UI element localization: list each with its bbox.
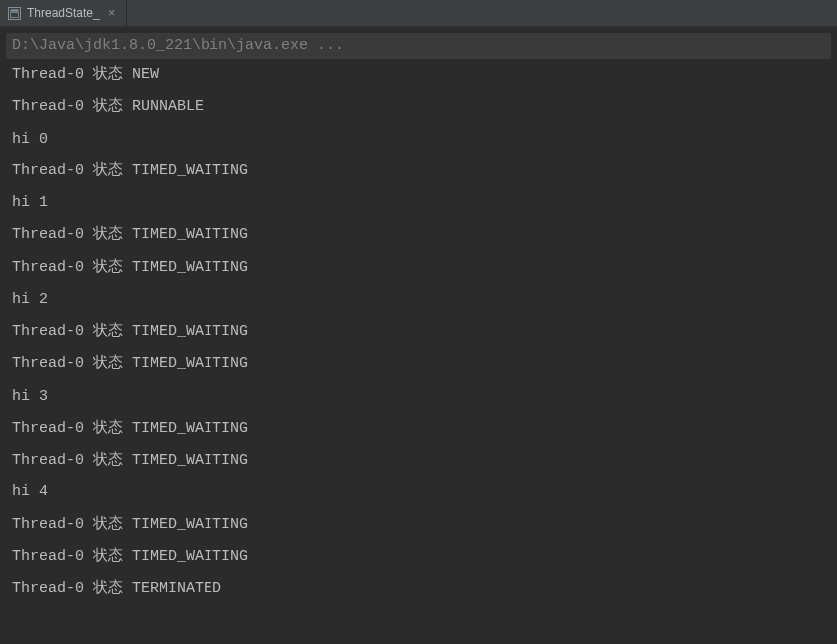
svg-rect-2 xyxy=(11,12,19,17)
console-line[interactable]: Thread-0 状态 TIMED_WAITING xyxy=(12,413,825,445)
command-line[interactable]: D:\Java\jdk1.8.0_221\bin\java.exe ... xyxy=(6,33,831,59)
console-line[interactable]: Thread-0 状态 TERMINATED xyxy=(12,573,825,605)
console-line[interactable]: hi 4 xyxy=(12,477,825,508)
run-config-icon xyxy=(8,7,21,20)
tab-title: ThreadState_ xyxy=(27,6,100,20)
console-line[interactable]: Thread-0 状态 TIMED_WAITING xyxy=(12,541,825,573)
console-line[interactable]: Thread-0 状态 TIMED_WAITING xyxy=(12,316,825,348)
console-line[interactable]: Thread-0 状态 TIMED_WAITING xyxy=(12,252,825,284)
console-line[interactable]: Thread-0 状态 TIMED_WAITING xyxy=(12,219,825,251)
console-output: D:\Java\jdk1.8.0_221\bin\java.exe ... Th… xyxy=(0,27,837,617)
console-line[interactable]: Thread-0 状态 RUNNABLE xyxy=(12,91,825,123)
console-line[interactable]: Thread-0 状态 TIMED_WAITING xyxy=(12,156,825,187)
console-line[interactable]: Thread-0 状态 NEW xyxy=(12,59,825,91)
tab-threadstate[interactable]: ThreadState_ × xyxy=(0,0,127,26)
console-line[interactable]: hi 0 xyxy=(12,124,825,156)
console-line[interactable]: Thread-0 状态 TIMED_WAITING xyxy=(12,509,825,541)
svg-rect-1 xyxy=(11,9,19,11)
console-line[interactable]: hi 1 xyxy=(12,187,825,219)
console-line[interactable]: hi 3 xyxy=(12,381,825,413)
tab-bar: ThreadState_ × xyxy=(0,0,837,27)
console-line[interactable]: Thread-0 状态 TIMED_WAITING xyxy=(12,348,825,380)
console-line[interactable]: Thread-0 状态 TIMED_WAITING xyxy=(12,445,825,477)
console-line[interactable]: hi 2 xyxy=(12,284,825,316)
close-icon[interactable]: × xyxy=(106,7,118,20)
